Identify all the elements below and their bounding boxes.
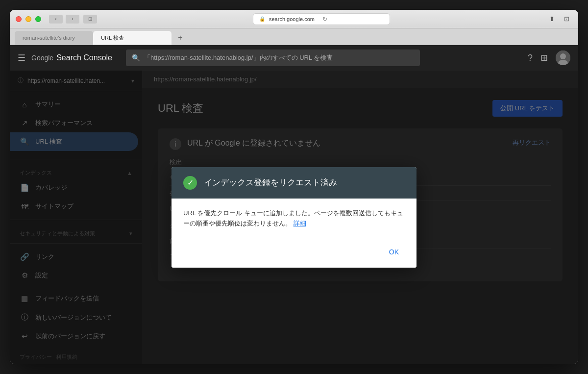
tabs-bar: roman-satellite's diary URL 検査 + bbox=[10, 28, 578, 45]
address-text: search.google.com bbox=[269, 16, 315, 22]
index-request-dialog: ✓ インデックス登録をリクエスト済み URL を優先クロール キューに追加しまし… bbox=[172, 167, 416, 268]
main-layout: ⓘ https://roman-satellite.haten... ▾ ⌂ サ… bbox=[10, 71, 578, 364]
tab-diary-label: roman-satellite's diary bbox=[23, 35, 75, 41]
mac-window: ‹ › ⊡ 🔒 search.google.com ↻ ⬆ ⊡ roman-sa… bbox=[10, 10, 578, 364]
minimize-button[interactable] bbox=[25, 16, 31, 22]
check-icon: ✓ bbox=[183, 176, 197, 190]
back-button[interactable]: ‹ bbox=[49, 15, 63, 24]
dialog-body: URL を優先クロール キューに追加しました。ページを複数回送信してもキューの順… bbox=[172, 199, 416, 239]
address-bar-container: 🔒 search.google.com ↻ bbox=[97, 13, 546, 25]
dialog-footer: OK bbox=[172, 238, 416, 268]
maximize-button[interactable] bbox=[35, 16, 41, 22]
app-bar: ☰ Google Search Console 🔍 「https://roman… bbox=[10, 45, 578, 71]
dialog-link[interactable]: 詳細 bbox=[294, 220, 306, 227]
forward-button[interactable]: › bbox=[66, 15, 79, 24]
tab-overview-button[interactable]: ⊡ bbox=[83, 15, 97, 24]
tab-diary[interactable]: roman-satellite's diary bbox=[15, 31, 93, 45]
ok-button[interactable]: OK bbox=[383, 244, 405, 260]
app-bar-right: ? ⊞ bbox=[528, 50, 570, 65]
dialog-overlay: ✓ インデックス登録をリクエスト済み URL を優先クロール キューに追加しまし… bbox=[10, 71, 578, 364]
logo-sc-text: Search Console bbox=[56, 53, 112, 62]
tab-url-label: URL 検査 bbox=[101, 34, 124, 42]
app-logo: Google Search Console bbox=[31, 53, 112, 62]
lock-icon: 🔒 bbox=[259, 16, 265, 22]
app-container: ☰ Google Search Console 🔍 「https://roman… bbox=[10, 45, 578, 364]
svg-point-1 bbox=[560, 53, 566, 59]
title-bar-right: ⬆ ⊡ bbox=[546, 13, 572, 25]
hamburger-icon[interactable]: ☰ bbox=[18, 52, 25, 63]
search-box[interactable]: 🔍 「https://roman-satellite.hatenablog.jp… bbox=[126, 50, 420, 66]
search-placeholder: 「https://roman-satellite.hatenablog.jp/」… bbox=[144, 53, 333, 62]
tab-url-inspection[interactable]: URL 検査 bbox=[93, 31, 172, 45]
avatar[interactable] bbox=[556, 50, 570, 65]
address-bar[interactable]: 🔒 search.google.com ↻ bbox=[253, 13, 390, 25]
title-bar: ‹ › ⊡ 🔒 search.google.com ↻ ⬆ ⊡ bbox=[10, 10, 578, 28]
logo-google-text: Google bbox=[31, 54, 53, 62]
add-tab-button[interactable]: + bbox=[173, 31, 187, 45]
close-button[interactable] bbox=[16, 16, 22, 22]
dialog-body-text: URL を優先クロール キューに追加しました。ページを複数回送信してもキューの順… bbox=[183, 208, 405, 229]
dialog-title: インデックス登録をリクエスト済み bbox=[204, 177, 337, 188]
dialog-header: ✓ インデックス登録をリクエスト済み bbox=[172, 167, 416, 199]
share-icon[interactable]: ⬆ bbox=[546, 13, 558, 25]
help-icon[interactable]: ? bbox=[528, 53, 533, 63]
traffic-lights bbox=[16, 16, 41, 22]
new-tab-icon[interactable]: ⊡ bbox=[561, 13, 572, 25]
search-icon: 🔍 bbox=[132, 54, 140, 62]
nav-buttons: ‹ › bbox=[49, 15, 79, 24]
reload-icon[interactable]: ↻ bbox=[322, 16, 327, 23]
apps-icon[interactable]: ⊞ bbox=[540, 52, 548, 63]
